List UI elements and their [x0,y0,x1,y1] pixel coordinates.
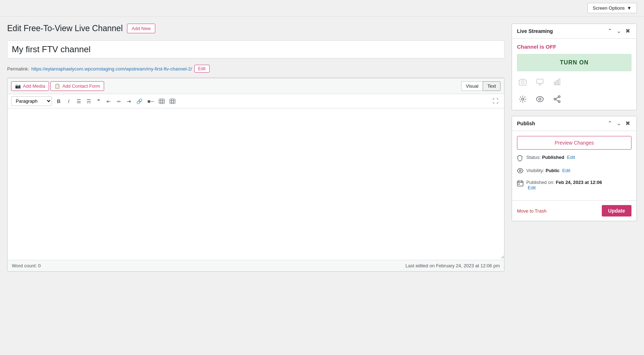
share-icon[interactable] [551,93,563,105]
add-contact-form-button[interactable]: 📋 Add Contact Form [50,81,104,91]
blockquote-button[interactable]: ❞ [94,97,103,106]
calendar-icon [517,180,523,188]
unordered-list-button[interactable]: ☰ [74,97,83,106]
status-edit-link[interactable]: Edit [567,155,575,160]
visibility-icon [517,168,523,175]
camera-icon[interactable] [517,76,528,88]
svg-line-22 [556,97,558,99]
link-button[interactable]: 🔗 [134,97,145,106]
permalink-label: Permalink: [7,66,29,72]
live-streaming-panel-controls: ⌃ ⌄ ✖ [606,28,631,35]
status-icon [517,155,523,163]
publish-panel-close-button[interactable]: ✖ [624,120,631,127]
panel-up-button[interactable]: ⌃ [606,28,614,35]
editor-toolbar-top: 📷 Add Media 📋 Add Contact Form Visual Te… [8,78,504,94]
publish-panel-title: Publish [517,121,535,126]
top-bar: Screen Options ▼ [0,0,644,16]
visibility-value: Public [546,168,560,173]
published-on-label: Published on: [526,180,555,185]
svg-point-19 [558,96,560,98]
editor-footer: Word count: 0 Last edited on February 24… [8,260,504,271]
align-left-button[interactable]: ⇤ [104,97,113,106]
live-streaming-panel-body: Channel is OFF TURN ON [512,39,636,110]
published-on-text: Published on: Feb 24, 2023 at 12:06 Edit [526,180,631,190]
publish-panel-controls: ⌃ ⌄ ✖ [606,120,631,127]
eye-icon[interactable] [534,93,546,105]
table-button[interactable] [157,97,167,105]
word-count: Word count: 0 [12,263,41,268]
ordered-list-button[interactable]: ☴ [84,97,93,106]
edit-permalink-button[interactable]: Edit [194,65,210,73]
bold-button[interactable]: B [54,97,63,106]
panel-down-button[interactable]: ⌄ [615,28,623,35]
svg-rect-0 [159,99,165,103]
main-content: Edit Free-To-View Live Channel Add New P… [7,24,504,272]
visibility-row: Visibility: Public Edit [517,168,631,175]
streaming-icons-row-2 [517,93,631,105]
editor-body[interactable] [8,108,504,259]
gear-icon[interactable] [517,93,528,105]
move-to-trash-link[interactable]: Move to Trash [517,208,546,214]
toolbar-left: 📷 Add Media 📋 Add Contact Form [11,81,104,91]
publish-panel: Publish ⌃ ⌄ ✖ Preview Changes [512,116,637,221]
svg-point-21 [558,101,560,103]
more-button[interactable]: ■─ [145,97,156,106]
text-tab[interactable]: Text [483,81,501,91]
visual-text-tabs: Visual Text [461,81,501,91]
published-on-edit-link[interactable]: Edit [528,185,536,190]
svg-point-24 [519,170,521,172]
publish-panel-header: Publish ⌃ ⌄ ✖ [512,116,636,131]
permalink-link[interactable]: https://eytanraphaelycom.wpcomstaging.co… [31,66,192,72]
preview-changes-button[interactable]: Preview Changes [517,136,631,150]
svg-rect-11 [537,79,543,83]
svg-rect-25 [517,181,523,186]
publish-panel-up-button[interactable]: ⌃ [606,120,614,127]
svg-rect-16 [558,79,560,85]
post-title-input[interactable] [7,40,504,58]
status-row: Status: Published Edit [517,155,631,163]
last-edited: Last edited on February 24, 2023 at 12:0… [405,263,500,268]
contact-form-icon: 📋 [54,83,60,89]
chevron-down-icon: ▼ [627,5,631,11]
permalink-row: Permalink: https://eytanraphaelycom.wpco… [7,62,504,76]
add-new-button[interactable]: Add New [127,24,155,33]
page-title: Edit Free-To-View Live Channel [7,24,123,33]
published-on-value: Feb 24, 2023 at 12:06 [556,180,602,185]
broadcast-icon[interactable] [534,76,546,88]
add-contact-form-label: Add Contact Form [62,83,100,89]
align-right-button[interactable]: ⇥ [124,97,133,106]
paragraph-select[interactable]: Paragraph Heading 1 Heading 2 Heading 3 … [11,96,52,106]
screen-options-label: Screen Options [593,5,625,11]
editor-container: 📷 Add Media 📋 Add Contact Form Visual Te… [7,78,504,272]
special-char-button[interactable] [167,97,177,105]
panel-close-button[interactable]: ✖ [624,28,631,35]
add-media-icon: 📷 [15,83,21,89]
svg-point-17 [522,98,524,100]
status-text: Status: Published Edit [526,155,631,160]
turn-on-button[interactable]: TURN ON [517,54,631,71]
svg-point-20 [554,98,556,100]
visibility-edit-link[interactable]: Edit [562,168,570,173]
published-on-row: Published on: Feb 24, 2023 at 12:06 Edit [517,180,631,190]
align-center-button[interactable]: ═ [114,97,123,106]
visual-tab[interactable]: Visual [461,81,483,91]
channel-status: Channel is OFF [517,44,631,50]
chart-icon[interactable] [551,76,563,88]
add-media-button[interactable]: 📷 Add Media [11,81,49,91]
svg-point-10 [521,81,524,84]
page-title-row: Edit Free-To-View Live Channel Add New [7,24,504,33]
publish-panel-down-button[interactable]: ⌄ [615,120,623,127]
editor-toolbar-format: Paragraph Heading 1 Heading 2 Heading 3 … [8,94,504,108]
visibility-text: Visibility: Public Edit [526,168,631,173]
svg-line-23 [556,99,558,101]
svg-point-18 [539,98,541,100]
svg-rect-14 [554,82,556,85]
update-button[interactable]: Update [602,205,631,217]
live-streaming-panel-title: Live Streaming [517,28,553,34]
svg-rect-15 [556,81,558,85]
live-streaming-panel-header: Live Streaming ⌃ ⌄ ✖ [512,24,636,39]
status-label: Status: [526,155,541,160]
expand-editor-button[interactable]: ⛶ [491,97,501,106]
italic-button[interactable]: I [64,97,73,106]
screen-options-button[interactable]: Screen Options ▼ [587,3,637,13]
